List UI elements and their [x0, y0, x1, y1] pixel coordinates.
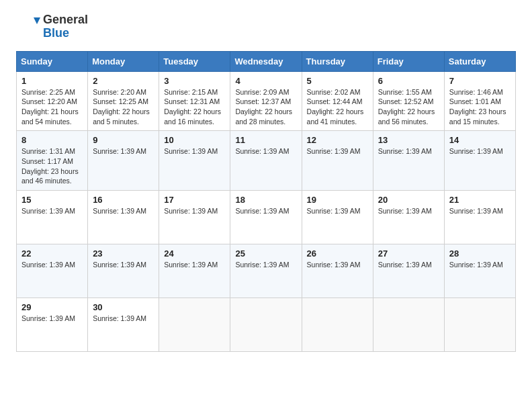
day-info: Sunrise: 1:39 AM [235, 206, 296, 216]
day-info: Sunrise: 2:15 AMSunset: 12:31 AMDaylight… [164, 87, 225, 127]
logo-general: General [43, 13, 88, 27]
day-number: 29 [21, 302, 83, 312]
day-info: Sunrise: 2:09 AMSunset: 12:37 AMDaylight… [235, 87, 296, 127]
day-number: 17 [164, 195, 225, 205]
day-header-wednesday: Wednesday [230, 51, 302, 71]
day-number: 10 [164, 135, 225, 145]
calendar-cell: 18Sunrise: 1:39 AM [230, 191, 302, 244]
day-number: 6 [378, 76, 439, 86]
day-number: 2 [93, 76, 154, 86]
day-info: Sunrise: 1:39 AM [164, 206, 225, 216]
calendar-cell: 24Sunrise: 1:39 AM [159, 244, 230, 298]
calendar-cell: 25Sunrise: 1:39 AM [230, 244, 302, 298]
day-number: 15 [21, 195, 83, 205]
calendar-cell: 15Sunrise: 1:39 AM [17, 191, 88, 244]
calendar-cell: 19Sunrise: 1:39 AM [302, 191, 373, 244]
week-row-3: 15Sunrise: 1:39 AM16Sunrise: 1:39 AM17Su… [17, 191, 516, 244]
day-info: Sunrise: 2:02 AMSunset: 12:44 AMDaylight… [307, 87, 368, 127]
day-info: Sunrise: 1:31 AMSunset: 1:17 AMDaylight:… [21, 146, 83, 186]
calendar-cell [373, 298, 444, 352]
svg-marker-0 [34, 17, 40, 24]
calendar-cell [230, 298, 302, 352]
day-info: Sunrise: 1:39 AM [307, 260, 368, 270]
calendar-cell: 30Sunrise: 1:39 AM [88, 298, 159, 352]
day-info: Sunrise: 1:39 AM [164, 146, 225, 156]
day-number: 4 [235, 76, 296, 86]
day-info: Sunrise: 1:39 AM [93, 206, 154, 216]
day-number: 30 [93, 302, 154, 312]
calendar-cell: 23Sunrise: 1:39 AM [88, 244, 159, 298]
week-row-5: 29Sunrise: 1:39 AM30Sunrise: 1:39 AM [17, 298, 516, 352]
day-number: 12 [307, 135, 368, 145]
day-number: 9 [93, 135, 154, 145]
day-header-tuesday: Tuesday [159, 51, 230, 71]
day-number: 26 [307, 248, 368, 259]
day-number: 23 [93, 248, 154, 259]
day-info: Sunrise: 1:55 AMSunset: 12:52 AMDaylight… [378, 87, 439, 127]
calendar-cell: 6Sunrise: 1:55 AMSunset: 12:52 AMDayligh… [373, 71, 444, 131]
day-info: Sunrise: 1:39 AM [235, 146, 296, 156]
calendar-table: SundayMondayTuesdayWednesdayThursdayFrid… [16, 51, 516, 353]
day-number: 7 [449, 76, 511, 86]
calendar-cell: 2Sunrise: 2:20 AMSunset: 12:25 AMDayligh… [88, 71, 159, 131]
day-number: 28 [449, 248, 511, 259]
day-number: 22 [21, 248, 83, 259]
day-info: Sunrise: 1:39 AM [93, 260, 154, 270]
day-number: 3 [164, 76, 225, 86]
calendar-cell: 8Sunrise: 1:31 AMSunset: 1:17 AMDaylight… [17, 131, 88, 191]
calendar-cell: 26Sunrise: 1:39 AM [302, 244, 373, 298]
logo: General Blue [16, 13, 88, 40]
day-number: 1 [21, 76, 83, 86]
calendar-cell: 29Sunrise: 1:39 AM [17, 298, 88, 352]
calendar-cell: 9Sunrise: 1:39 AM [88, 131, 159, 191]
week-row-1: 1Sunrise: 2:25 AMSunset: 12:20 AMDayligh… [17, 71, 516, 131]
day-header-saturday: Saturday [444, 51, 515, 71]
day-number: 27 [378, 248, 439, 259]
day-header-thursday: Thursday [302, 51, 373, 71]
day-info: Sunrise: 1:39 AM [93, 314, 154, 324]
calendar-cell: 27Sunrise: 1:39 AM [373, 244, 444, 298]
calendar-cell: 1Sunrise: 2:25 AMSunset: 12:20 AMDayligh… [17, 71, 88, 131]
day-headers-row: SundayMondayTuesdayWednesdayThursdayFrid… [17, 51, 516, 71]
day-number: 11 [235, 135, 296, 145]
calendar-cell: 12Sunrise: 1:39 AM [302, 131, 373, 191]
day-number: 13 [378, 135, 439, 145]
calendar-cell: 16Sunrise: 1:39 AM [88, 191, 159, 244]
calendar-cell: 5Sunrise: 2:02 AMSunset: 12:44 AMDayligh… [302, 71, 373, 131]
day-header-friday: Friday [373, 51, 444, 71]
day-info: Sunrise: 1:39 AM [21, 314, 83, 324]
day-info: Sunrise: 1:39 AM [378, 260, 439, 270]
logo-svg-icon [16, 15, 40, 39]
day-info: Sunrise: 1:46 AMSunset: 1:01 AMDaylight:… [449, 87, 511, 127]
logo-wordmark: General Blue [43, 13, 88, 40]
day-info: Sunrise: 1:39 AM [164, 260, 225, 270]
calendar-cell: 17Sunrise: 1:39 AM [159, 191, 230, 244]
calendar-cell [302, 298, 373, 352]
day-number: 21 [449, 195, 511, 205]
calendar-cell [444, 298, 515, 352]
calendar-cell: 28Sunrise: 1:39 AM [444, 244, 515, 298]
day-info: Sunrise: 2:25 AMSunset: 12:20 AMDaylight… [21, 87, 83, 127]
day-info: Sunrise: 1:39 AM [449, 206, 511, 216]
calendar-cell [159, 298, 230, 352]
day-info: Sunrise: 1:39 AM [449, 260, 511, 270]
calendar-cell: 7Sunrise: 1:46 AMSunset: 1:01 AMDaylight… [444, 71, 515, 131]
day-info: Sunrise: 1:39 AM [307, 206, 368, 216]
calendar-cell: 20Sunrise: 1:39 AM [373, 191, 444, 244]
day-number: 5 [307, 76, 368, 86]
header: General Blue [16, 13, 516, 40]
day-info: Sunrise: 1:39 AM [235, 260, 296, 270]
day-info: Sunrise: 1:39 AM [21, 260, 83, 270]
calendar-cell: 14Sunrise: 1:39 AM [444, 131, 515, 191]
day-info: Sunrise: 1:39 AM [449, 146, 511, 156]
day-info: Sunrise: 1:39 AM [378, 206, 439, 216]
day-info: Sunrise: 1:39 AM [307, 146, 368, 156]
week-row-4: 22Sunrise: 1:39 AM23Sunrise: 1:39 AM24Su… [17, 244, 516, 298]
day-number: 24 [164, 248, 225, 259]
day-number: 20 [378, 195, 439, 205]
day-number: 18 [235, 195, 296, 205]
calendar-cell: 10Sunrise: 1:39 AM [159, 131, 230, 191]
calendar-cell: 22Sunrise: 1:39 AM [17, 244, 88, 298]
day-number: 14 [449, 135, 511, 145]
week-row-2: 8Sunrise: 1:31 AMSunset: 1:17 AMDaylight… [17, 131, 516, 191]
